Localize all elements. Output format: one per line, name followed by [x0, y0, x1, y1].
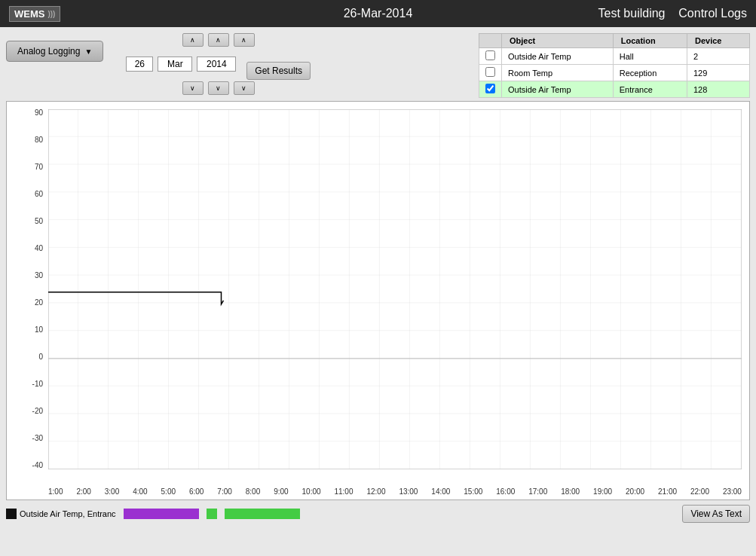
chart-data-svg [48, 109, 742, 469]
x-label-12: 12:00 [366, 487, 385, 496]
y-label-60: 60 [7, 191, 46, 198]
main-content: Analog Logging ▼ ∧ ∧ ∧ Get Results ∨ ∨ [0, 27, 756, 556]
x-label-17: 17:00 [528, 487, 547, 496]
building-name: Test building [598, 7, 666, 20]
y-label-80: 80 [7, 136, 46, 144]
legend-label-1: Outside Air Temp, Entranc [20, 509, 116, 518]
x-label-5: 5:00 [161, 487, 176, 496]
sensor-row-1: Outside Air Temp Hall 2 [479, 48, 750, 65]
sensor-checkbox-1[interactable] [479, 48, 502, 65]
y-axis-labels: 90 80 70 60 50 40 30 20 10 0 -10 -20 -30… [7, 109, 46, 469]
x-label-10: 10:00 [302, 487, 321, 496]
footer: Outside Air Temp, Entranc View As Text [6, 505, 750, 523]
sensor-device-3: 128 [687, 81, 749, 98]
x-label-1: 1:00 [48, 487, 63, 496]
legend-bar-purple [124, 509, 199, 519]
sensor-table: Object Location Device Outside Air Temp … [479, 33, 750, 98]
header: WEMS ))) 26-Mar-2014 Test building Contr… [0, 0, 756, 27]
x-label-3: 3:00 [105, 487, 119, 496]
view-as-text-button[interactable]: View As Text [682, 505, 750, 523]
legend-color-green [207, 509, 217, 519]
y-label-30: 30 [7, 272, 46, 280]
x-label-18: 18:00 [561, 487, 580, 496]
sensor-row-2: Room Temp Reception 129 [479, 65, 750, 81]
legend-item-1: Outside Air Temp, Entranc [6, 509, 116, 519]
controls-left: Analog Logging ▼ ∧ ∧ ∧ Get Results ∨ ∨ [6, 33, 311, 95]
y-label-n30: -30 [7, 435, 46, 442]
sensor-device-2: 129 [687, 65, 749, 81]
sensor-object-3[interactable]: Outside Air Temp [502, 81, 614, 98]
sensor-row-3: Outside Air Temp Entrance 128 [479, 81, 750, 98]
year-input[interactable] [197, 57, 236, 72]
x-label-2: 2:00 [76, 487, 90, 496]
x-axis-labels: 1:00 2:00 3:00 4:00 5:00 6:00 7:00 8:00 … [48, 487, 742, 496]
x-label-15: 15:00 [464, 487, 482, 496]
checkbox-3[interactable] [485, 84, 495, 93]
x-label-19: 19:00 [593, 487, 612, 496]
date-controls: ∧ ∧ ∧ Get Results ∨ ∨ ∨ [126, 33, 311, 95]
sensor-object-2[interactable]: Room Temp [502, 65, 614, 81]
sensor-location-3: Entrance [613, 81, 687, 98]
dropdown-arrow-icon: ▼ [84, 47, 92, 56]
y-label-n20: -20 [7, 408, 46, 415]
x-label-20: 20:00 [626, 487, 644, 496]
x-label-22: 22:00 [690, 487, 709, 496]
x-label-16: 16:00 [496, 487, 515, 496]
legend-bar-green [225, 509, 300, 519]
analog-logging-label: Analog Logging [17, 46, 80, 57]
col-header-location: Location [613, 34, 687, 48]
sensor-checkbox-2[interactable] [479, 65, 502, 81]
svg-rect-41 [48, 109, 742, 469]
section-name: Control Logs [678, 7, 747, 20]
x-label-4: 4:00 [133, 487, 147, 496]
sensor-location-2: Reception [613, 65, 687, 81]
day-down-button[interactable]: ∨ [182, 81, 204, 95]
x-label-6: 6:00 [189, 487, 204, 496]
x-label-21: 21:00 [658, 487, 677, 496]
header-right: Test building Control Logs [598, 7, 747, 20]
x-label-8: 8:00 [246, 487, 260, 496]
col-header-object: Object [502, 34, 614, 48]
logo: WEMS ))) [9, 6, 60, 22]
sensor-checkbox-3[interactable] [479, 81, 502, 98]
checkbox-2[interactable] [485, 67, 495, 77]
x-label-11: 11:00 [334, 487, 353, 496]
sensor-device-1: 2 [687, 48, 749, 65]
top-row: Analog Logging ▼ ∧ ∧ ∧ Get Results ∨ ∨ [6, 33, 750, 98]
x-label-9: 9:00 [274, 487, 288, 496]
y-label-0: 0 [7, 353, 46, 361]
y-label-50: 50 [7, 218, 46, 225]
month-up-button[interactable]: ∧ [208, 33, 229, 47]
x-label-7: 7:00 [217, 487, 231, 496]
legend-color-black [6, 509, 17, 519]
analog-logging-button[interactable]: Analog Logging ▼ [6, 41, 103, 62]
y-label-20: 20 [7, 299, 46, 307]
y-label-n40: -40 [7, 462, 46, 469]
sensor-object-1[interactable]: Outside Air Temp [502, 48, 614, 65]
chart-area: 90 80 70 60 50 40 30 20 10 0 -10 -20 -30… [6, 101, 750, 500]
sensor-location-1: Hall [613, 48, 687, 65]
y-label-40: 40 [7, 245, 46, 252]
y-label-90: 90 [7, 109, 46, 117]
x-label-23: 23:00 [723, 487, 742, 496]
header-date: 26-Mar-2014 [344, 7, 413, 20]
y-label-10: 10 [7, 326, 46, 334]
year-down-button[interactable]: ∨ [234, 81, 255, 95]
month-down-button[interactable]: ∨ [208, 81, 229, 95]
month-input[interactable] [158, 57, 192, 72]
checkbox-1[interactable] [485, 50, 495, 60]
logo-text: WEMS [14, 8, 44, 20]
x-label-13: 13:00 [399, 487, 418, 496]
y-label-n10: -10 [7, 380, 46, 388]
signal-icon: ))) [47, 10, 55, 18]
day-up-button[interactable]: ∧ [182, 33, 204, 47]
get-results-button[interactable]: Get Results [246, 62, 311, 80]
day-input[interactable] [126, 57, 153, 72]
col-header-device: Device [687, 34, 749, 48]
col-header-checkbox [479, 34, 502, 48]
year-up-button[interactable]: ∧ [234, 33, 255, 47]
y-label-70: 70 [7, 163, 46, 171]
x-label-14: 14:00 [431, 487, 450, 496]
